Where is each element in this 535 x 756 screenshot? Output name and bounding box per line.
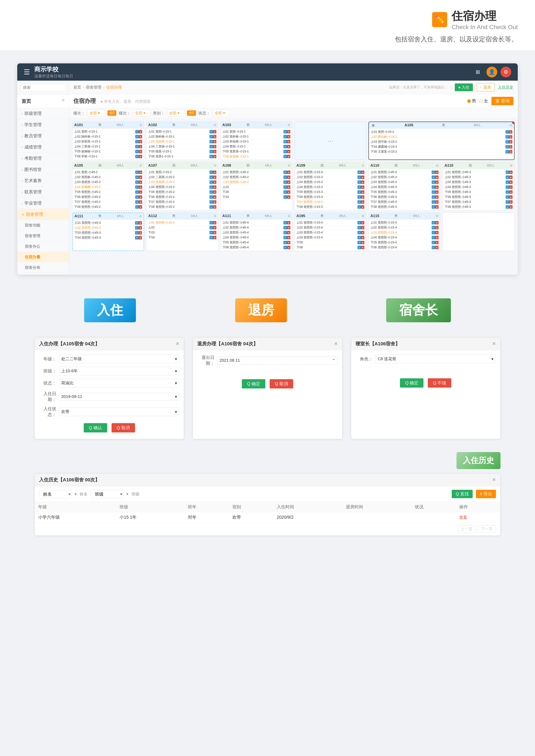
settings-icon-btn[interactable]: ⚙ [500, 67, 511, 77]
delete-icon[interactable]: ● [213, 171, 216, 174]
delete-icon[interactable]: ● [287, 171, 290, 174]
sidebar-item-dorm[interactable]: ∨ 宿舍管理 [17, 209, 69, 220]
edit-icon[interactable]: ≡ [506, 171, 509, 174]
delete-icon[interactable]: ● [287, 135, 290, 138]
delete-icon[interactable]: ● [509, 190, 513, 194]
edit-icon[interactable]: ≡ [135, 221, 138, 225]
checkin-dialog-close[interactable]: ✕ [176, 341, 180, 347]
delete-icon[interactable]: ● [435, 200, 438, 204]
edit-icon[interactable]: ≡ [210, 200, 213, 204]
edit-icon[interactable]: ≡ [283, 246, 287, 249]
sidebar-item-class[interactable]: › 班级管理 [17, 108, 69, 119]
dorm-settings-icon[interactable]: ⚙ [288, 164, 290, 167]
sidebar-item-contact[interactable]: › 联系管理 [17, 186, 69, 198]
delete-icon[interactable]: ● [509, 130, 512, 134]
edit-icon[interactable]: ≡ [432, 231, 435, 234]
delete-icon[interactable]: ● [213, 150, 216, 153]
edit-icon[interactable]: ≡ [283, 140, 287, 143]
delete-icon[interactable]: ● [435, 246, 438, 249]
delete-icon[interactable]: ● [213, 176, 216, 179]
edit-icon[interactable]: ≡ [135, 130, 139, 133]
delete-icon[interactable]: ● [213, 140, 216, 143]
delete-icon[interactable]: ● [139, 135, 142, 138]
delete-icon[interactable]: ● [213, 190, 216, 194]
delete-icon[interactable]: ● [361, 185, 364, 189]
delete-icon[interactable]: ● [435, 195, 438, 199]
delete-icon[interactable]: ● [213, 236, 216, 239]
edit-icon[interactable]: ≡ [135, 171, 139, 174]
edit-icon[interactable]: ≡ [357, 205, 361, 209]
edit-icon[interactable]: ≡ [432, 221, 435, 225]
delete-icon[interactable]: ● [138, 236, 142, 239]
edit-icon[interactable]: ≡ [210, 185, 213, 189]
dormhead-cancel-btn[interactable]: Q 不须 [428, 378, 451, 388]
edit-icon[interactable]: ≡ [505, 135, 509, 139]
dorm-settings-icon[interactable]: ⚙ [362, 164, 364, 167]
delete-icon[interactable]: ● [139, 190, 142, 194]
edit-icon[interactable]: ≡ [357, 180, 361, 184]
delete-icon[interactable]: ● [509, 171, 513, 174]
delete-icon[interactable]: ● [213, 180, 216, 184]
edit-icon[interactable]: ≡ [210, 195, 213, 199]
delete-icon[interactable]: ● [435, 231, 438, 234]
delete-icon[interactable]: ● [139, 195, 142, 199]
edit-icon[interactable]: ≡ [210, 150, 213, 153]
edit-icon[interactable]: ≡ [432, 176, 435, 179]
delete-icon[interactable]: ● [361, 190, 364, 194]
menu-icon[interactable]: ☰ [24, 68, 30, 76]
gender-female-radio[interactable] [479, 99, 483, 103]
edit-icon[interactable]: ≡ [505, 145, 509, 148]
edit-icon[interactable]: ≡ [135, 135, 139, 138]
edit-icon[interactable]: ≡ [357, 231, 361, 234]
delete-icon[interactable]: ● [287, 231, 290, 234]
filter-select-floor[interactable]: 全部 ▾ [133, 110, 150, 117]
edit-icon[interactable]: ≡ [283, 236, 287, 239]
sidebar-item-checkin[interactable]: 住宿办量 [17, 252, 69, 262]
edit-icon[interactable]: ≡ [210, 155, 213, 158]
sidebar-item-dorm-dist[interactable]: 宿舍分布 [17, 262, 69, 273]
edit-icon[interactable]: ≡ [210, 135, 213, 138]
delete-icon[interactable]: ● [361, 226, 364, 230]
dorm-settings-icon[interactable]: ⚙ [510, 123, 512, 127]
delete-icon[interactable]: ● [509, 140, 512, 144]
delete-icon[interactable]: ● [213, 135, 216, 138]
delete-icon[interactable]: ● [287, 130, 290, 133]
edit-icon[interactable]: ≡ [135, 180, 139, 184]
prev-page-btn[interactable]: 上一页 [458, 525, 476, 533]
edit-icon[interactable]: ≡ [135, 150, 139, 153]
history-button[interactable]: 入住历史 [498, 85, 514, 90]
edit-icon[interactable]: ≡ [283, 155, 287, 158]
edit-icon[interactable]: ≡ [506, 180, 509, 184]
checkin-status-select[interactable]: 欢带 ▾ [59, 407, 180, 416]
gender-female-btn[interactable]: 女 [479, 98, 488, 104]
delete-icon[interactable]: ● [287, 221, 290, 225]
delete-icon[interactable]: ● [287, 185, 290, 189]
sidebar-item-teacher[interactable]: › 教员管理 [17, 130, 69, 142]
delete-icon[interactable]: ● [138, 226, 142, 230]
checkin-button[interactable]: ● 入住 [455, 83, 473, 91]
delete-icon[interactable]: ● [509, 150, 512, 153]
edit-icon[interactable]: ≡ [283, 231, 287, 234]
edit-icon[interactable]: ≡ [357, 195, 361, 199]
delete-icon[interactable]: ● [361, 200, 364, 204]
delete-icon[interactable]: ● [213, 226, 216, 230]
edit-icon[interactable]: ≡ [283, 190, 287, 194]
edit-icon[interactable]: ≡ [283, 135, 287, 138]
delete-icon[interactable]: ● [509, 185, 513, 189]
checkin-confirm-btn[interactable]: Q 确认 [84, 423, 107, 432]
sidebar-item-dorm-office[interactable]: 宿舍办公 [17, 241, 69, 252]
sidebar-home[interactable]: 首页 ⊕ [17, 95, 69, 108]
dorm-settings-icon[interactable]: ⚙ [510, 164, 513, 167]
edit-icon[interactable]: ≡ [210, 140, 213, 143]
dorm-settings-icon[interactable]: ⚙ [288, 214, 290, 218]
sidebar-item-achievement[interactable]: › 成绩管理 [17, 142, 69, 153]
sidebar-item-art[interactable]: › 艺术素养 [17, 175, 69, 186]
checkin-date-input[interactable]: 2019-09-11 ▾ [59, 393, 180, 401]
delete-icon[interactable]: ● [213, 200, 216, 204]
edit-icon[interactable]: ≡ [432, 190, 435, 194]
edit-icon[interactable]: ≡ [432, 226, 435, 230]
checkout-confirm-btn[interactable]: Q 确定 [242, 379, 265, 389]
edit-icon[interactable]: ≡ [357, 171, 361, 174]
dorm-settings-icon[interactable]: ⚙ [213, 164, 216, 167]
history-dialog-close[interactable]: ✕ [492, 477, 496, 483]
